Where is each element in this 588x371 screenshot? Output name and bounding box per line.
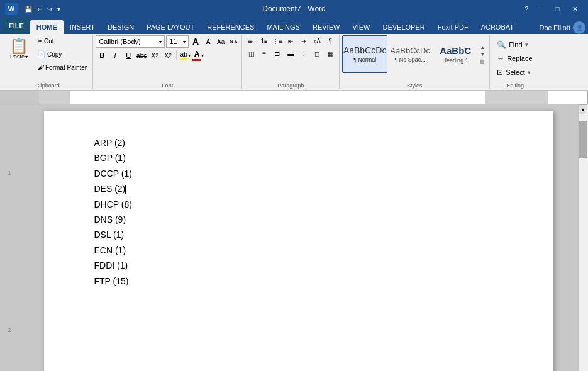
editing-content: 🔍 Find ▾ ↔ Replace ⊡ Select ▾ <box>492 35 538 81</box>
tab-references[interactable]: REFERENCES <box>201 20 260 34</box>
font-color-button[interactable]: A ▾ <box>192 49 204 62</box>
bullets-button[interactable]: ≡· <box>245 35 257 47</box>
shading-button[interactable]: ◻ <box>311 48 323 59</box>
cut-button[interactable]: ✂ Cut <box>34 35 90 47</box>
select-icon: ⊡ <box>497 68 503 77</box>
styles-down-arrow[interactable]: ▼ <box>480 52 485 57</box>
quick-undo-btn[interactable]: ↩ <box>35 4 44 14</box>
tab-design[interactable]: DESIGN <box>101 20 140 34</box>
select-label: Select <box>506 69 525 76</box>
style-normal[interactable]: AaBbCcDc ¶ Normal <box>342 35 387 73</box>
align-left-button[interactable]: ◫ <box>245 48 257 59</box>
quick-customize-btn[interactable]: ▾ <box>55 4 62 14</box>
highlight-button[interactable]: ab ▾ <box>179 49 191 62</box>
page-wrap[interactable]: ARP (2) BGP (1) DCCP (1) DES (2) DHCP (8… <box>19 104 578 371</box>
svg-rect-1 <box>38 91 70 104</box>
user-name: Doc Elliott <box>539 24 570 31</box>
format-row: B I U abc X2 X2 ab ▾ A <box>96 49 239 62</box>
tab-home[interactable]: HOME <box>30 20 64 34</box>
superscript-button[interactable]: X2 <box>162 49 174 62</box>
subscript-button[interactable]: X2 <box>148 49 161 62</box>
style-h1-preview: AaBbC <box>440 45 471 56</box>
highlight-bar <box>179 58 188 60</box>
clear-format-button[interactable]: ✕A <box>228 36 239 47</box>
borders-button[interactable]: ▦ <box>324 48 336 59</box>
doc-area: 1 2 ARP (2) BGP (1) DCCP (1) DES (2) DHC… <box>0 104 588 371</box>
find-label: Find <box>509 41 522 48</box>
close-btn[interactable]: ✕ <box>567 3 583 15</box>
replace-button[interactable]: ↔ Replace <box>492 52 538 65</box>
styles-expand-arrow[interactable]: ▤ <box>480 58 485 64</box>
list-item: DCCP (1) <box>94 167 503 180</box>
multilevel-button[interactable]: ⋮≡ <box>271 35 284 47</box>
scroll-track[interactable] <box>579 114 588 371</box>
font-color-bar <box>192 59 201 61</box>
title-bar-controls: ? − □ ✕ <box>523 3 583 15</box>
copy-button[interactable]: 📄 Copy <box>34 48 90 60</box>
align-right-button[interactable]: ⊐ <box>271 48 284 59</box>
help-btn[interactable]: ? <box>523 4 530 14</box>
tab-file[interactable]: FILE <box>3 18 30 34</box>
bold-button[interactable]: B <box>96 49 108 62</box>
cut-copy-col: ✂ Cut 📄 Copy 🖌 Format Painter <box>34 35 90 73</box>
sort-button[interactable]: ↕A <box>311 35 323 47</box>
strikethrough-button[interactable]: abc <box>135 49 148 62</box>
clipboard-group: 📋 Paste ▾ ✂ Cut 📄 Copy 🖌 Format Painter … <box>3 35 93 89</box>
font-name-dropdown[interactable]: Calibri (Body) ▾ <box>96 35 165 48</box>
align-center-button[interactable]: ≡ <box>258 48 270 59</box>
scroll-thumb[interactable] <box>579 121 587 158</box>
styles-group: AaBbCcDc ¶ Normal AaBbCcDc ¶ No Spac... … <box>340 35 490 89</box>
styles-label: Styles <box>342 81 487 89</box>
find-button[interactable]: 🔍 Find ▾ <box>492 38 538 51</box>
page-content[interactable]: ARP (2) BGP (1) DCCP (1) DES (2) DHCP (8… <box>94 136 503 288</box>
style-nospace[interactable]: AaBbCcDc ¶ No Spac... <box>387 35 433 73</box>
tab-mailings[interactable]: MAILINGS <box>260 20 306 34</box>
decrease-indent-button[interactable]: ⇤ <box>284 35 297 47</box>
tab-developer[interactable]: DEVELOPER <box>376 20 431 34</box>
select-button[interactable]: ⊡ Select ▾ <box>492 66 538 79</box>
increase-indent-button[interactable]: ⇥ <box>297 35 310 47</box>
title-bar-left: W 💾 ↩ ↪ ▾ <box>5 3 62 15</box>
format-painter-button[interactable]: 🖌 Format Painter <box>34 62 90 73</box>
italic-button[interactable]: I <box>109 49 121 62</box>
page-marker: 1 <box>8 170 11 176</box>
list-item: DNS (9) <box>94 213 503 226</box>
justify-button[interactable]: ▬ <box>284 48 297 59</box>
paste-label: Paste ▾ <box>10 53 28 60</box>
quick-redo-btn[interactable]: ↪ <box>45 4 54 14</box>
change-case-button[interactable]: Aa <box>215 36 226 47</box>
tab-review[interactable]: REVIEW <box>306 20 346 34</box>
scroll-up-arrow[interactable]: ▲ <box>579 104 587 114</box>
window-title: Document7 - Word <box>262 4 325 13</box>
underline-button[interactable]: U <box>122 49 135 62</box>
line-spacing-button[interactable]: ↕ <box>297 48 310 59</box>
tab-page-layout[interactable]: PAGE LAYOUT <box>140 20 201 34</box>
font-selector: Calibri (Body) ▾ 11 ▾ A A Aa ✕A B I U ab… <box>96 35 239 62</box>
font-size-arrow: ▾ <box>183 39 186 45</box>
quick-save-btn[interactable]: 💾 <box>23 4 34 14</box>
font-grow-button[interactable]: A <box>190 36 201 47</box>
maximize-btn[interactable]: □ <box>549 3 565 15</box>
paragraph-label: Paragraph <box>245 81 336 89</box>
minimize-btn[interactable]: − <box>531 3 548 15</box>
style-heading1[interactable]: AaBbC Heading 1 <box>433 35 478 73</box>
ruler-svg <box>38 91 587 104</box>
style-nospace-label: ¶ No Spac... <box>394 57 425 63</box>
tab-view[interactable]: VIEW <box>346 20 376 34</box>
editing-group: 🔍 Find ▾ ↔ Replace ⊡ Select ▾ Editing <box>490 35 540 89</box>
svg-rect-2 <box>485 91 548 104</box>
tab-insert[interactable]: INSERT <box>64 20 101 34</box>
numbering-button[interactable]: 1≡ <box>258 35 270 47</box>
styles-scroll: ▲ ▼ ▤ <box>478 35 487 73</box>
show-marks-button[interactable]: ¶ <box>324 35 336 47</box>
ruler-area <box>0 91 588 104</box>
font-group: Calibri (Body) ▾ 11 ▾ A A Aa ✕A B I U ab… <box>93 35 242 89</box>
paste-button[interactable]: 📋 Paste ▾ <box>5 35 33 73</box>
tab-foxit[interactable]: Foxit PDF <box>431 20 475 34</box>
font-color-icon: A <box>192 50 201 61</box>
scroll-bar[interactable]: ▲ ▼ <box>578 104 588 371</box>
styles-up-arrow[interactable]: ▲ <box>480 45 485 50</box>
font-size-dropdown[interactable]: 11 ▾ <box>166 35 189 48</box>
tab-acrobat[interactable]: ACROBAT <box>475 20 520 34</box>
font-shrink-button[interactable]: A <box>202 36 214 47</box>
